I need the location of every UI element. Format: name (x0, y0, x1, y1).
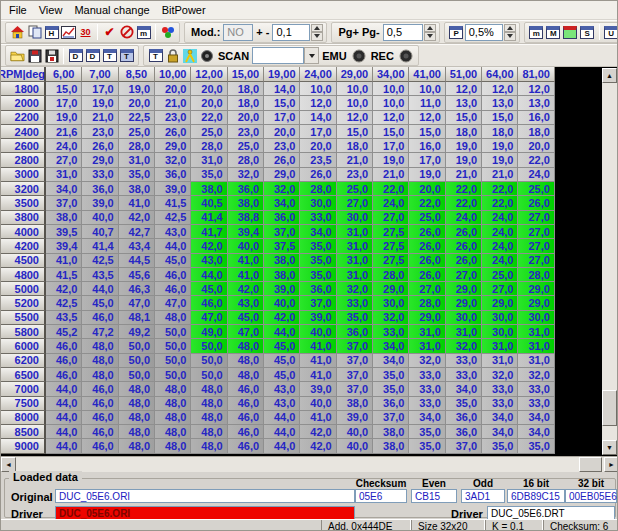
map-cell[interactable]: 26,0 (446, 254, 482, 268)
map-cell[interactable]: 19,0 (446, 139, 482, 153)
open-file-button[interactable] (9, 47, 26, 65)
map-cell[interactable]: 47,0 (155, 296, 191, 310)
map-cell[interactable]: 46,0 (46, 368, 82, 382)
map-cell[interactable]: 46,0 (228, 397, 264, 411)
map-cell[interactable]: 34,0 (482, 411, 518, 425)
map-cell[interactable]: 40,0 (82, 211, 118, 225)
map-cell[interactable]: 40,0 (264, 296, 300, 310)
map-cell[interactable]: 32,0 (155, 153, 191, 167)
map-cell[interactable]: 42,5 (82, 254, 118, 268)
map-cell[interactable]: 31,0 (337, 268, 373, 282)
map-cell[interactable]: 27,0 (518, 239, 554, 253)
map-cell[interactable]: 41,0 (228, 268, 264, 282)
map-cell[interactable]: 46,0 (228, 411, 264, 425)
row-header-5500[interactable]: 5500 (1, 311, 46, 325)
map-cell[interactable]: 27,0 (482, 282, 518, 296)
map-cell[interactable]: 35,0 (373, 368, 409, 382)
map-cell[interactable]: 36,0 (446, 425, 482, 439)
map-cell[interactable]: 31,0 (46, 168, 82, 182)
row-header-6000[interactable]: 6000 (1, 339, 46, 353)
row-header-5200[interactable]: 5200 (1, 296, 46, 310)
row-header-2200[interactable]: 2200 (1, 111, 46, 125)
map-cell[interactable]: 16,0 (409, 139, 445, 153)
map-cell[interactable]: 40,0 (300, 325, 336, 339)
map-cell[interactable]: 48,0 (119, 425, 155, 439)
map-cell[interactable]: 26,0 (409, 254, 445, 268)
map-cell[interactable]: 39,0 (337, 411, 373, 425)
map-cell[interactable]: 24,0 (446, 211, 482, 225)
page-spin-down[interactable] (424, 32, 436, 41)
map-cell[interactable]: 31,0 (337, 225, 373, 239)
map-cell[interactable]: 46,0 (82, 397, 118, 411)
menu-view[interactable]: View (35, 2, 71, 18)
map-cell[interactable]: 22,0 (191, 111, 227, 125)
map-cell[interactable]: 48,0 (119, 397, 155, 411)
map-cell[interactable]: 25,0 (409, 211, 445, 225)
map-cell[interactable]: 33,0 (482, 382, 518, 396)
row-header-3200[interactable]: 3200 (1, 182, 46, 196)
page-step-field[interactable]: 0,5 (383, 24, 423, 41)
map-cell[interactable]: 34,0 (409, 411, 445, 425)
map-cell[interactable]: 31,0 (337, 239, 373, 253)
map-cell[interactable]: 37,0 (337, 339, 373, 353)
map-cell[interactable]: 45,0 (155, 254, 191, 268)
map-cell[interactable]: 40,0 (300, 397, 336, 411)
scroll-left-button[interactable]: ◄ (1, 457, 16, 472)
map-cell[interactable]: 25,0 (191, 125, 227, 139)
map-cell[interactable]: 15,0 (482, 111, 518, 125)
column-header-9[interactable]: 34,00 (373, 67, 409, 82)
home-button[interactable] (9, 23, 26, 41)
map-cell[interactable]: 20,0 (155, 82, 191, 96)
map-cell[interactable]: 47,0 (119, 296, 155, 310)
map-cell[interactable]: 10,0 (337, 82, 373, 96)
map-cell[interactable]: 33,0 (409, 382, 445, 396)
map-cell[interactable]: 23,0 (82, 125, 118, 139)
row-header-2400[interactable]: 2400 (1, 125, 46, 139)
map-cell[interactable]: 43,0 (155, 225, 191, 239)
map-cell[interactable]: 27,5 (373, 239, 409, 253)
driver2-file-field[interactable]: DUC_05E6.DRT (487, 506, 615, 520)
map-cell[interactable]: 43,0 (264, 382, 300, 396)
scan-dropdown-button[interactable] (304, 47, 319, 64)
map-cell[interactable]: 26,0 (300, 168, 336, 182)
map-cell[interactable]: 10,0 (300, 82, 336, 96)
map-cell[interactable]: 35,0 (300, 254, 336, 268)
tune-t-button[interactable]: T (147, 47, 164, 65)
map-cell[interactable]: 43,4 (119, 239, 155, 253)
map-cell[interactable]: 16,0 (518, 111, 554, 125)
mod-value-field[interactable]: NO (223, 24, 253, 41)
map-cell[interactable]: 43,0 (228, 296, 264, 310)
map-cell[interactable]: 21,0 (482, 168, 518, 182)
map-cell[interactable]: 45,0 (264, 339, 300, 353)
map-cell[interactable]: 26,0 (82, 139, 118, 153)
map-cell[interactable]: 48,0 (82, 354, 118, 368)
map-cell[interactable]: 23,0 (155, 111, 191, 125)
map-cell[interactable]: 48,0 (228, 368, 264, 382)
map-cell[interactable]: 30,0 (446, 311, 482, 325)
map-cell[interactable]: 41,4 (82, 239, 118, 253)
map-cell[interactable]: 17,0 (264, 111, 300, 125)
column-header-11[interactable]: 51,00 (446, 67, 482, 82)
map-cell[interactable]: 17,0 (409, 153, 445, 167)
map-cell[interactable]: 48,0 (119, 439, 155, 453)
map-cell[interactable]: 20,0 (264, 125, 300, 139)
map-cell[interactable]: 32,0 (409, 354, 445, 368)
map-cell[interactable]: 46,0 (155, 282, 191, 296)
map-cell[interactable]: 29,0 (264, 168, 300, 182)
map-cell[interactable]: 39,5 (46, 225, 82, 239)
map-cell[interactable]: 47,2 (82, 325, 118, 339)
map-cell[interactable]: 18,0 (228, 82, 264, 96)
map-cell[interactable]: 36,0 (264, 211, 300, 225)
map-cell[interactable]: 50,0 (155, 325, 191, 339)
map-cell[interactable]: 33,0 (518, 397, 554, 411)
map-cell[interactable]: 28,0 (119, 139, 155, 153)
map-cell[interactable]: 22,5 (119, 111, 155, 125)
map-cell[interactable]: 28,0 (409, 296, 445, 310)
map-cell[interactable]: 45,0 (228, 311, 264, 325)
map-cell[interactable]: 29,0 (155, 139, 191, 153)
map-cell[interactable]: 39,0 (155, 182, 191, 196)
save-original-button[interactable] (26, 47, 43, 65)
map-cell[interactable]: 46,0 (82, 311, 118, 325)
map-cell[interactable]: 31,0 (409, 339, 445, 353)
map-cell[interactable]: 35,0 (409, 425, 445, 439)
